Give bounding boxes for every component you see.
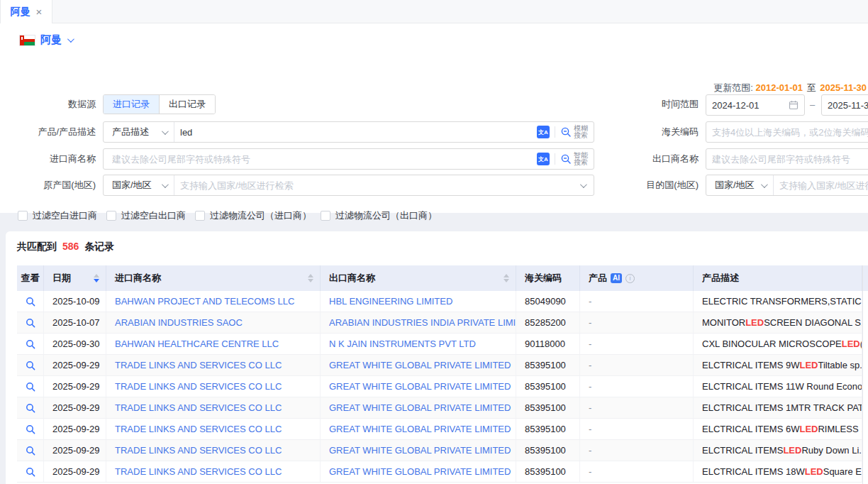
desc-text: ELCTRICAL ITEMS 11W Round Econo... xyxy=(702,381,862,392)
view-record-icon[interactable] xyxy=(26,297,35,307)
filter-section: 阿曼 更新范围: 2012-01-01 至 2025-11-30 数据源 进口记… xyxy=(0,23,868,213)
product-value: - xyxy=(589,402,591,413)
date-from-input[interactable]: 2024-12-01 xyxy=(706,94,805,116)
date-to-input[interactable]: 2025-11-30 xyxy=(821,94,868,116)
exporter-input[interactable] xyxy=(706,149,868,169)
tab-import-records[interactable]: 进口记录 xyxy=(104,95,159,114)
close-icon[interactable]: × xyxy=(36,6,43,17)
date-to-value: 2025-11-30 xyxy=(828,100,868,111)
match-summary: 共匹配到 586 条记录 xyxy=(17,241,114,253)
update-range-label: 更新范围: xyxy=(713,82,753,93)
importer-link[interactable]: TRADE LINKS AND SERVICES CO LLC xyxy=(115,424,282,434)
origin-country-label: 原产国(地区) xyxy=(0,175,96,196)
importer-cell: TRADE LINKS AND SERVICES CO LLC xyxy=(106,461,321,482)
tab-bar: 阿曼 × xyxy=(0,0,868,23)
checkbox-label: 过滤空白出口商 xyxy=(121,209,186,222)
desc-highlight: LED xyxy=(799,360,818,370)
table-row: 2025-09-30BAHWAN HEALTHCARE CENTRE LLCN … xyxy=(17,334,862,355)
sort-caret-down-icon[interactable] xyxy=(94,279,99,282)
view-record-icon[interactable] xyxy=(26,361,35,370)
checkbox-icon[interactable] xyxy=(106,211,116,221)
update-range-to: 2025-11-30 xyxy=(820,82,867,93)
country-selector[interactable]: 阿曼 xyxy=(20,33,72,47)
tab-oman[interactable]: 阿曼 × xyxy=(0,0,52,23)
exporter-link[interactable]: N K JAIN INSTRUMENTS PVT LTD xyxy=(329,339,476,349)
exporter-link[interactable]: GREAT WHITE GLOBAL PRIVATE LIMITED xyxy=(329,466,511,477)
desc-text: ELCTRICAL ITEMS 9W xyxy=(702,360,799,370)
view-record-icon[interactable] xyxy=(26,403,35,413)
view-record-icon[interactable] xyxy=(26,382,35,392)
exporter-link[interactable]: HBL ENGINEERING LIMITED xyxy=(329,296,452,307)
hs-code-input[interactable] xyxy=(706,122,868,142)
view-record-icon[interactable] xyxy=(26,446,35,456)
translate-icon[interactable]: 文A xyxy=(537,153,550,165)
product-cell: - xyxy=(580,376,694,397)
sort-caret-up-icon[interactable] xyxy=(94,274,99,277)
product-cell: - xyxy=(580,461,694,482)
importer-link[interactable]: TRADE LINKS AND SERVICES CO LLC xyxy=(115,381,282,392)
exporter-link[interactable]: GREAT WHITE GLOBAL PRIVATE LIMITED xyxy=(329,381,511,392)
desc-text: Ruby Down Li... xyxy=(801,445,862,456)
chevron-down-icon xyxy=(580,181,587,188)
filter-checkbox[interactable]: 过滤物流公司（出口商） xyxy=(321,209,437,222)
sort-control-importer[interactable] xyxy=(308,274,313,282)
translate-icon[interactable]: 文A xyxy=(537,126,550,138)
product-input[interactable] xyxy=(174,122,537,142)
checkbox-icon[interactable] xyxy=(195,211,205,221)
table-scrollbar[interactable] xyxy=(862,265,868,484)
origin-country-group: 国家/地区 xyxy=(103,175,594,196)
view-record-icon[interactable] xyxy=(26,339,35,349)
checkbox-icon[interactable] xyxy=(321,211,330,221)
smart-search-button[interactable]: 智能 搜索 xyxy=(560,152,588,166)
importer-link[interactable]: ARABIAN INDUSTRIES SAOC xyxy=(115,317,243,328)
sort-control-date[interactable] xyxy=(94,274,99,282)
match-prefix: 共匹配到 xyxy=(17,241,57,252)
checkbox-icon[interactable] xyxy=(18,211,28,221)
view-record-icon[interactable] xyxy=(26,467,35,477)
table-row: 2025-09-29TRADE LINKS AND SERVICES CO LL… xyxy=(17,440,862,461)
tab-export-records[interactable]: 出口记录 xyxy=(159,95,215,114)
table-row: 2025-10-09BAHWAN PROJECT AND TELECOMS LL… xyxy=(17,291,862,312)
view-record-icon[interactable] xyxy=(26,424,35,434)
hs-code-input-wrap xyxy=(706,121,868,143)
sort-control-exporter[interactable] xyxy=(503,274,509,282)
product-cell: - xyxy=(580,440,694,461)
exporter-link[interactable]: ARABIAN INDUSTRIES INDIA PRIVATE LIMIT..… xyxy=(329,317,516,328)
hs-code-cell: 85049090 xyxy=(516,291,580,312)
filter-checkbox[interactable]: 过滤空白进口商 xyxy=(18,209,97,222)
importer-link[interactable]: TRADE LINKS AND SERVICES CO LLC xyxy=(115,445,282,456)
view-record-icon[interactable] xyxy=(26,318,35,328)
exporter-link[interactable]: GREAT WHITE GLOBAL PRIVATE LIMITED xyxy=(329,445,511,456)
fuzzy-search-button[interactable]: 模糊 搜索 xyxy=(560,125,588,139)
exporter-link[interactable]: GREAT WHITE GLOBAL PRIVATE LIMITED xyxy=(329,402,511,413)
destination-input[interactable] xyxy=(774,175,868,195)
importer-link[interactable]: BAHWAN HEALTHCARE CENTRE LLC xyxy=(115,339,279,349)
sort-caret-up-icon[interactable] xyxy=(308,274,313,277)
filter-checkbox[interactable]: 过滤空白出口商 xyxy=(106,209,186,222)
importer-input-group: 文A 智能 搜索 xyxy=(103,148,594,170)
sort-caret-down-icon[interactable] xyxy=(503,279,509,282)
importer-link[interactable]: BAHWAN PROJECT AND TELECOMS LLC xyxy=(115,296,294,307)
exporter-link[interactable]: GREAT WHITE GLOBAL PRIVATE LIMITED xyxy=(329,424,511,434)
hs-code-cell: 85395100 xyxy=(516,397,580,418)
product-type-select[interactable]: 产品描述 xyxy=(104,122,174,142)
importer-link[interactable]: TRADE LINKS AND SERVICES CO LLC xyxy=(115,360,282,370)
description-cell: CXL BINOCULAR MICROSCOPE LED (... xyxy=(694,334,862,354)
hs-code-cell: 85395100 xyxy=(516,376,580,397)
sort-caret-up-icon[interactable] xyxy=(503,274,509,277)
desc-text: MONITOR xyxy=(702,317,745,328)
importer-input[interactable] xyxy=(104,149,537,169)
destination-select[interactable]: 国家/地区 xyxy=(706,175,774,195)
info-icon[interactable]: i xyxy=(625,274,635,283)
description-cell: ELCTRICAL ITEMS 18W LED Square E... xyxy=(694,461,862,482)
exporter-link[interactable]: GREAT WHITE GLOBAL PRIVATE LIMITED xyxy=(329,360,511,370)
importer-link[interactable]: TRADE LINKS AND SERVICES CO LLC xyxy=(115,402,282,413)
sort-caret-down-icon[interactable] xyxy=(308,279,313,282)
view-cell xyxy=(17,440,44,461)
importer-link[interactable]: TRADE LINKS AND SERVICES CO LLC xyxy=(115,466,282,477)
filter-checkbox[interactable]: 过滤物流公司（进口商） xyxy=(195,209,311,222)
date-cell: 2025-10-09 xyxy=(44,291,106,312)
origin-country-input[interactable] xyxy=(174,175,580,195)
update-range-to-word: 至 xyxy=(807,82,816,93)
origin-country-select[interactable]: 国家/地区 xyxy=(104,175,174,195)
